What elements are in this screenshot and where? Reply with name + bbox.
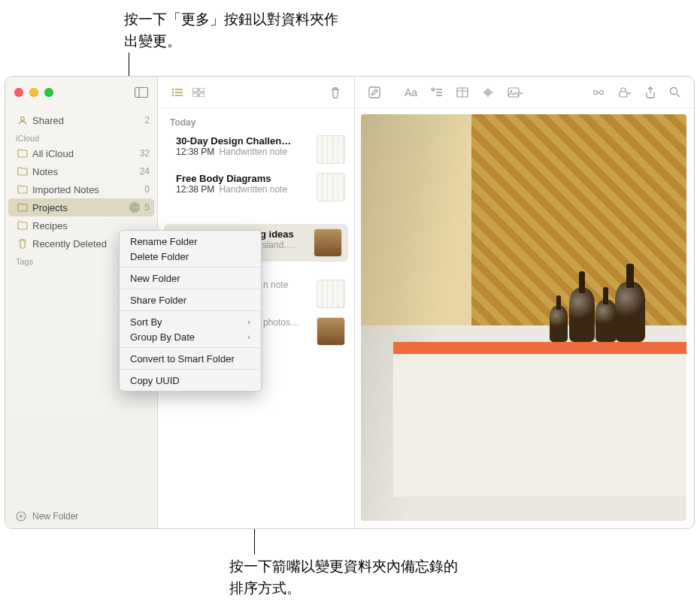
folder-icon: [16, 185, 29, 194]
notes-section-today: Today: [158, 114, 354, 131]
sidebar-item-projects[interactable]: Projects ⋯ 5: [8, 198, 154, 216]
svg-point-6: [172, 91, 174, 92]
audio-icon[interactable]: [476, 84, 500, 101]
svg-rect-13: [199, 93, 205, 97]
folder-context-menu: Rename Folder Delete Folder New Folder S…: [119, 230, 262, 392]
menu-new-folder[interactable]: New Folder: [120, 271, 261, 286]
lock-icon[interactable]: [612, 84, 638, 101]
folder-icon: [16, 167, 29, 176]
svg-rect-10: [192, 88, 198, 92]
note-time: 12:38 PM: [176, 184, 214, 195]
note-content: [355, 108, 694, 528]
traffic-lights[interactable]: [14, 88, 53, 97]
callout-bottom: 按一下箭嘴以變更資料夾內備忘錄的排序方式。: [229, 556, 470, 599]
menu-copy-uuid[interactable]: Copy UUID: [120, 373, 261, 388]
note-snippet: Handwritten note: [219, 147, 287, 157]
window-titlebar: [5, 77, 157, 108]
svg-point-8: [172, 94, 174, 95]
folder-icon: [16, 221, 29, 230]
sidebar-count: 24: [140, 166, 150, 177]
share-icon[interactable]: [639, 83, 662, 101]
menu-label: Sort By: [130, 316, 162, 328]
detail-pane: Aa: [355, 77, 694, 528]
menu-separator: [120, 289, 261, 289]
note-thumbnail: [317, 173, 345, 201]
menu-group-by-date[interactable]: Group By Date›: [120, 329, 261, 344]
sidebar-label: Notes: [32, 166, 140, 177]
sidebar-item-notes[interactable]: Notes 24: [5, 162, 157, 180]
svg-rect-16: [436, 89, 442, 90]
svg-point-4: [172, 88, 174, 89]
svg-rect-5: [175, 89, 183, 90]
plus-circle-icon: [16, 511, 26, 522]
menu-sort-by[interactable]: Sort By›: [120, 314, 261, 329]
note-thumbnail: [317, 280, 345, 308]
note-title: 30-Day Design Challen…: [176, 135, 311, 147]
note-row[interactable]: Free Body Diagrams 12:38 PMHandwritten n…: [158, 168, 354, 206]
sidebar-toggle-icon[interactable]: [135, 87, 148, 98]
svg-point-25: [600, 90, 604, 94]
menu-separator: [120, 347, 261, 348]
sidebar-count: 5: [144, 202, 150, 213]
folder-icon: [16, 149, 29, 158]
delete-note-icon[interactable]: [326, 83, 345, 101]
chevron-right-icon: ›: [247, 317, 250, 326]
menu-convert-smart[interactable]: Convert to Smart Folder: [120, 351, 261, 366]
note-title: g ideas: [260, 228, 308, 240]
sidebar-count: 2: [144, 115, 150, 126]
sidebar-footer[interactable]: New Folder: [5, 504, 157, 528]
fullscreen-window-button[interactable]: [44, 88, 53, 97]
media-icon[interactable]: [502, 84, 529, 101]
search-icon[interactable]: [663, 83, 686, 101]
sidebar-item-shared[interactable]: Shared 2: [5, 111, 157, 129]
more-icon[interactable]: ⋯: [129, 202, 140, 213]
sidebar-label: All iCloud: [32, 148, 140, 159]
svg-rect-11: [199, 88, 205, 92]
svg-point-27: [671, 88, 677, 95]
minimize-window-button[interactable]: [29, 88, 38, 97]
new-folder-label: New Folder: [32, 511, 78, 522]
sidebar-label: Imported Notes: [32, 184, 144, 195]
checklist-icon[interactable]: [425, 84, 449, 101]
note-photo: [361, 114, 686, 521]
format-icon[interactable]: Aa: [398, 83, 423, 101]
list-toolbar: [158, 77, 354, 108]
svg-rect-26: [620, 92, 627, 97]
folder-icon: [16, 203, 29, 212]
note-snippet: island.…: [260, 240, 295, 250]
svg-rect-12: [192, 93, 198, 97]
svg-point-24: [594, 90, 598, 94]
app-window: Shared 2 iCloud All iCloud 32 Notes 24 I…: [5, 76, 695, 529]
gallery-view-icon[interactable]: [188, 85, 209, 100]
link-icon[interactable]: [586, 84, 611, 101]
note-time: 12:38 PM: [176, 147, 214, 157]
svg-rect-22: [508, 88, 519, 97]
sidebar-item-imported[interactable]: Imported Notes 0: [5, 180, 157, 198]
note-row[interactable]: 30-Day Design Challen… 12:38 PMHandwritt…: [158, 131, 354, 168]
note-thumbnail: [317, 317, 345, 346]
sidebar-section-icloud: iCloud: [5, 129, 157, 144]
sidebar-count: 0: [144, 184, 150, 195]
svg-point-23: [511, 89, 512, 91]
close-window-button[interactable]: [14, 88, 23, 97]
list-view-icon[interactable]: [167, 85, 188, 100]
note-thumbnail: [314, 228, 342, 257]
svg-rect-14: [369, 87, 380, 98]
compose-icon[interactable]: [362, 83, 386, 101]
note-thumbnail: [317, 135, 345, 164]
chevron-right-icon: ›: [247, 332, 250, 341]
menu-delete-folder[interactable]: Delete Folder: [120, 249, 261, 264]
note-snippet: photos…: [263, 317, 299, 328]
table-icon[interactable]: [450, 84, 474, 101]
sidebar-label: Shared: [32, 115, 144, 126]
svg-rect-18: [436, 95, 442, 96]
sidebar-item-all-icloud[interactable]: All iCloud 32: [5, 144, 157, 162]
sidebar-count: 32: [140, 148, 150, 159]
note-title: Free Body Diagrams: [176, 173, 311, 184]
menu-separator: [120, 267, 261, 268]
menu-share-folder[interactable]: Share Folder: [120, 292, 261, 307]
trash-icon: [16, 238, 29, 249]
menu-rename-folder[interactable]: Rename Folder: [120, 234, 261, 249]
detail-toolbar: Aa: [355, 77, 694, 108]
svg-rect-7: [175, 92, 183, 93]
